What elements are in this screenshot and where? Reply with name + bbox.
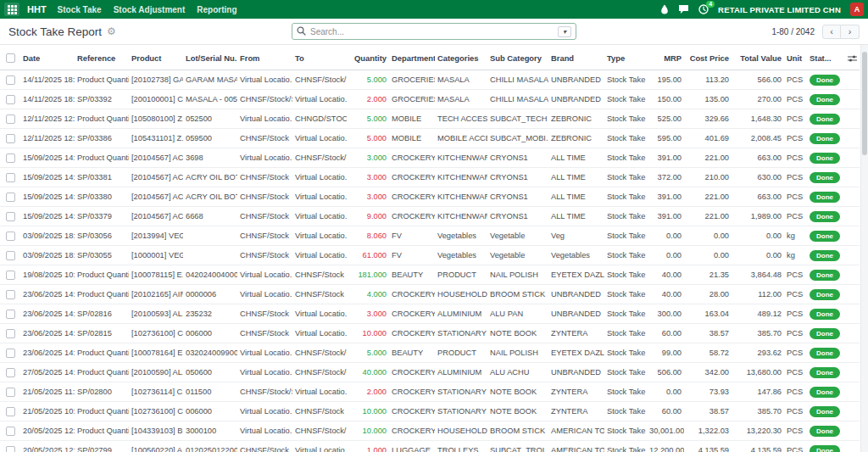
column-header-type[interactable]: Type	[604, 45, 647, 70]
cell-sub_category: CRYONS1	[487, 207, 548, 226]
table-row[interactable]: 12/11/2025 12:...Product Quanti...[10508…	[0, 109, 860, 129]
row-checkbox[interactable]	[6, 368, 15, 377]
row-checkbox[interactable]	[6, 212, 15, 221]
row-checkbox[interactable]	[6, 290, 15, 299]
row-checkbox[interactable]	[6, 153, 15, 163]
column-header-reference[interactable]: Reference	[75, 45, 129, 70]
cell-status: Done	[807, 109, 843, 129]
row-checkbox[interactable]	[6, 407, 15, 416]
row-checkbox[interactable]	[6, 193, 15, 202]
row-checkbox[interactable]	[6, 329, 15, 338]
chat-icon[interactable]	[678, 4, 689, 14]
cell-total_value: 270.00	[732, 90, 784, 109]
table-row[interactable]: 20/05/2025 12:...SP/02799[100560220] A..…	[0, 441, 860, 452]
company-name[interactable]: RETAIL PRIVATE LIMITED CHN	[718, 5, 841, 14]
cell-quantity: 3.000	[347, 187, 389, 207]
cell-status: Done	[807, 421, 843, 441]
table-row[interactable]: 19/08/2025 10:...Product Quanti...[10007…	[0, 265, 860, 285]
cell-from: CHNSF/Stock	[237, 324, 292, 343]
row-checkbox[interactable]	[6, 427, 15, 436]
table-row[interactable]: 14/11/2025 18:...Product Quanti...[20102…	[0, 70, 860, 90]
column-header-date[interactable]: Date	[20, 45, 75, 70]
row-checkbox[interactable]	[6, 114, 15, 124]
menu-stock-take[interactable]: Stock Take	[58, 5, 102, 14]
menu-reporting[interactable]: Reporting	[197, 5, 236, 14]
search-bar[interactable]: ▾	[292, 23, 576, 40]
row-checkbox[interactable]	[6, 251, 15, 260]
search-input[interactable]	[310, 27, 554, 36]
column-header-categories[interactable]: Categories	[435, 45, 487, 70]
table-row[interactable]: 15/09/2025 14:...SP/03380[20104567] AC..…	[0, 187, 860, 207]
column-header-product[interactable]: Product	[129, 45, 183, 70]
cell-from: Virtual Locatio...	[237, 343, 292, 363]
cell-categories: STATIONARY	[435, 402, 487, 421]
column-header-unit[interactable]: Unit	[784, 45, 807, 70]
column-header-lot[interactable]: Lot/Serial Nu...	[183, 45, 237, 70]
cell-department: CROCKERY	[389, 285, 435, 304]
cell-to: CHNSF/Stock/S...	[292, 70, 347, 90]
table-row[interactable]: 03/09/2025 18:...SP/03055[1000001] VEG .…	[0, 246, 860, 265]
table-row[interactable]: 15/09/2025 14:...SP/03381[20104567] AC..…	[0, 168, 860, 187]
table-row[interactable]: 27/05/2025 14:...Product Quanti...[20100…	[0, 363, 860, 382]
cell-sub_category: CHILLI MASALA	[487, 90, 548, 109]
activities-clock-icon[interactable]: 4	[698, 4, 709, 14]
row-checkbox[interactable]	[6, 95, 15, 104]
menu-stock-adjustment[interactable]: Stock Adjustment	[114, 5, 186, 14]
search-dropdown-toggle[interactable]: ▾	[558, 26, 571, 37]
row-checkbox[interactable]	[6, 134, 15, 143]
adjust-columns-icon[interactable]	[848, 53, 857, 62]
row-checkbox[interactable]	[6, 173, 15, 182]
apps-menu-icon[interactable]	[4, 3, 19, 16]
column-header-status[interactable]: Stat...	[807, 45, 843, 70]
pager-previous-button[interactable]: ‹	[822, 25, 841, 39]
table-row[interactable]: 15/09/2025 14:...Product Quanti...[20104…	[0, 148, 860, 168]
user-avatar[interactable]: A	[850, 3, 864, 16]
table-row[interactable]: 23/06/2025 14:...Product Quanti...[20102…	[0, 285, 860, 304]
column-header-total_value[interactable]: Total Value	[732, 45, 784, 70]
table-row[interactable]: 21/05/2025 10:...Product Quanti...[10273…	[0, 402, 860, 421]
column-header-brand[interactable]: Brand	[548, 45, 604, 70]
table-row[interactable]: 14/11/2025 18:...SP/03392[200100001] C..…	[0, 90, 860, 109]
cell-total_value: 2,008.45	[732, 129, 784, 148]
column-header-cost_price[interactable]: Cost Price	[684, 45, 732, 70]
table-row[interactable]: 20/05/2025 12:...Product Quanti...[10433…	[0, 421, 860, 441]
column-header-sub_category[interactable]: Sub Category	[487, 45, 548, 70]
cell-date: 20/05/2025 12:...	[20, 441, 75, 452]
row-checkbox[interactable]	[6, 232, 15, 241]
column-header-quantity[interactable]: Quantity	[347, 45, 389, 70]
cell-brand: ALL TIME	[548, 207, 604, 226]
cell-mrp: 60.00	[647, 324, 684, 343]
row-checkbox[interactable]	[6, 349, 15, 358]
cell-product: [20104567] AC...	[129, 187, 183, 207]
column-header-department[interactable]: Department	[389, 45, 435, 70]
cell-sub_category: SUBCAT_MOBI...	[487, 129, 548, 148]
row-checkbox[interactable]	[6, 446, 15, 452]
settings-gear-icon[interactable]: ⚙	[107, 26, 116, 36]
pager-next-button[interactable]: ›	[841, 25, 860, 39]
table-row[interactable]: 03/09/2025 18:...SP/03056[2013994] VEG .…	[0, 226, 860, 246]
table-row[interactable]: 23/06/2025 14:...SP/02816[20100593] AL..…	[0, 304, 860, 324]
row-checkbox[interactable]	[6, 271, 15, 280]
column-header-to[interactable]: To	[292, 45, 347, 70]
row-checkbox[interactable]	[6, 310, 15, 319]
cell-department: FV	[389, 246, 435, 265]
droplet-icon[interactable]	[660, 4, 669, 14]
select-all-checkbox[interactable]	[6, 53, 15, 63]
cell-department: CROCKERY	[389, 402, 435, 421]
cell-select	[0, 343, 20, 363]
table-row[interactable]: 23/06/2025 14:...SP/02815[102736100] C..…	[0, 324, 860, 343]
table-row[interactable]: 21/05/2025 11:...SP/02800[102736114] C..…	[0, 382, 860, 402]
vertical-scrollbar[interactable]	[860, 45, 868, 452]
cell-total_value: 293.62	[732, 343, 784, 363]
brand-menu[interactable]: HHT	[27, 4, 47, 14]
cell-unit: PCS	[784, 402, 807, 421]
table-row[interactable]: 15/09/2025 14:...SP/03379[20104567] AC..…	[0, 207, 860, 226]
column-header-mrp[interactable]: MRP	[647, 45, 684, 70]
scrollbar-thumb[interactable]	[862, 52, 867, 155]
table-row[interactable]: 12/11/2025 12:...SP/03386[105431101] Z..…	[0, 129, 860, 148]
cell-status: Done	[807, 285, 843, 304]
row-checkbox[interactable]	[6, 75, 15, 85]
table-row[interactable]: 23/06/2025 14:...Product Quanti...[10007…	[0, 343, 860, 363]
column-header-from[interactable]: From	[237, 45, 292, 70]
row-checkbox[interactable]	[6, 388, 15, 397]
